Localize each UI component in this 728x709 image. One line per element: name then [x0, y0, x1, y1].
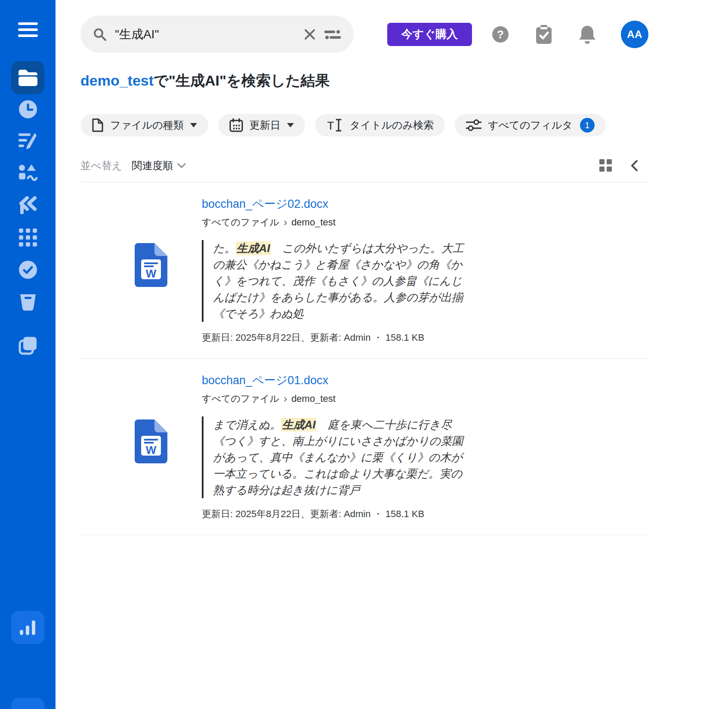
bell-icon — [579, 25, 596, 44]
folder-link-demo-test[interactable]: demo_test — [80, 72, 154, 89]
sidebar-item-recents[interactable] — [0, 100, 56, 118]
clipboard-check-icon — [536, 25, 552, 44]
page-title-text: で"生成AI"を検索した結果 — [154, 72, 330, 89]
tasks-button[interactable] — [536, 25, 552, 44]
snippet-text: た。 — [213, 242, 236, 255]
sidebar-item-collections[interactable] — [0, 197, 56, 215]
shapes-icon — [19, 164, 37, 182]
copy-pages-icon — [19, 336, 37, 355]
breadcrumb-separator-icon: › — [284, 216, 287, 228]
chevron-down-icon — [190, 123, 197, 127]
breadcrumb: すべてのファイル › demo_test — [202, 216, 648, 229]
breadcrumb-all-files[interactable]: すべてのファイル — [202, 216, 279, 229]
chip-label: タイトルのみ検索 — [350, 118, 434, 132]
clear-search-button[interactable] — [304, 28, 316, 40]
snippet-text: まで消えぬ。 — [213, 418, 281, 431]
breadcrumb-all-files[interactable]: すべてのファイル — [202, 392, 279, 405]
sidebar — [0, 0, 56, 709]
search-icon — [93, 28, 106, 41]
chevron-down-icon — [177, 163, 186, 169]
sidebar-item-notes[interactable] — [0, 132, 56, 150]
breadcrumb-folder[interactable]: demo_test — [291, 393, 336, 404]
sidebar-item-all-files[interactable] — [11, 61, 44, 94]
close-icon — [304, 28, 316, 40]
chip-label: 更新日 — [250, 118, 281, 132]
sliders-icon — [466, 119, 481, 132]
main-content: 今すぐ購入 ? AA demo_testで"生成AI"を検索した結果 — [56, 0, 728, 709]
breadcrumb: すべてのファイル › demo_test — [202, 392, 648, 405]
sort-row: 並べ替え 関連度順 — [80, 159, 648, 173]
filter-chip-file-type[interactable]: ファイルの種類 — [80, 114, 208, 136]
file-metadata: 更新日: 2025年8月22日、更新者: Admin ・ 158.1 KB — [202, 508, 648, 521]
search-input[interactable] — [115, 28, 295, 41]
sidebar-item-apps[interactable] — [0, 228, 56, 247]
search-bar[interactable] — [80, 15, 354, 53]
sidebar-item-copies[interactable] — [0, 336, 56, 355]
sidebar-item-bottom-partial[interactable] — [11, 698, 44, 709]
help-icon: ? — [492, 26, 509, 43]
search-result-row: W bocchan_ページ02.docx すべてのファイル › demo_tes… — [80, 182, 648, 359]
help-button[interactable]: ? — [492, 26, 509, 43]
grid-view-icon — [599, 159, 612, 172]
chip-label: すべてのフィルタ — [488, 118, 573, 132]
topbar: 今すぐ購入 ? AA — [80, 0, 648, 53]
buy-now-button[interactable]: 今すぐ購入 — [387, 23, 472, 46]
sort-value-text: 関連度順 — [132, 159, 173, 173]
sliders-icon — [324, 28, 341, 40]
grid-view-button[interactable] — [599, 159, 612, 172]
hamburger-icon — [18, 22, 38, 37]
snippet-highlight: 生成AI — [236, 241, 271, 255]
bar-chart-icon — [20, 620, 36, 635]
notes-pencil-icon — [19, 132, 37, 150]
filter-chip-row: ファイルの種類 更新日 T タイトルのみ検索 — [80, 114, 648, 136]
double-chevron-left-icon — [19, 196, 37, 215]
calendar-icon — [229, 118, 243, 132]
collapse-panel-button[interactable] — [630, 160, 638, 172]
chevron-down-icon — [287, 123, 294, 127]
word-document-icon[interactable]: W — [135, 419, 167, 463]
trash-icon — [19, 293, 37, 311]
check-circle-icon — [19, 261, 37, 279]
sidebar-item-trash[interactable] — [0, 293, 56, 311]
sidebar-item-tasks[interactable] — [0, 261, 56, 279]
sort-order-dropdown[interactable]: 関連度順 — [132, 159, 186, 173]
svg-text:W: W — [146, 267, 157, 280]
clock-icon — [19, 100, 37, 118]
notifications-button[interactable] — [579, 25, 596, 44]
view-controls — [599, 159, 648, 172]
sidebar-item-insights[interactable] — [11, 611, 44, 644]
grid-apps-icon — [19, 228, 37, 247]
filter-chip-title-only[interactable]: T タイトルのみ検索 — [315, 114, 445, 136]
page-title: demo_testで"生成AI"を検索した結果 — [80, 71, 648, 91]
breadcrumb-folder[interactable]: demo_test — [291, 217, 336, 228]
file-link[interactable]: bocchan_ページ01.docx — [202, 373, 328, 388]
hamburger-menu-button[interactable] — [0, 21, 56, 39]
file-type-icon — [92, 118, 104, 132]
svg-text:T: T — [327, 120, 334, 132]
folder-icon — [18, 69, 38, 86]
search-snippet: た。生成AI この外いたずらは大分やった。大工の兼公《かねこう》と肴屋《さかなや… — [202, 240, 465, 322]
filter-chip-updated-date[interactable]: 更新日 — [218, 114, 305, 136]
breadcrumb-separator-icon: › — [284, 393, 287, 405]
sidebar-item-hubs[interactable] — [0, 164, 56, 182]
avatar[interactable]: AA — [621, 21, 648, 48]
file-metadata: 更新日: 2025年8月22日、更新者: Admin ・ 158.1 KB — [202, 331, 648, 344]
search-filter-button[interactable] — [324, 28, 341, 40]
svg-text:?: ? — [497, 28, 504, 41]
search-snippet: まで消えぬ。生成AI 庭を東へ二十歩に行き尽《つく》すと、南上がりにいささかばか… — [202, 416, 465, 498]
sort-label: 並べ替え — [80, 159, 122, 173]
snippet-highlight: 生成AI — [281, 418, 316, 432]
svg-text:W: W — [146, 444, 157, 456]
chip-label: ファイルの種類 — [110, 118, 184, 132]
chevron-left-icon — [630, 160, 638, 172]
filter-chip-all-filters[interactable]: すべてのフィルタ 1 — [455, 114, 606, 136]
word-document-icon[interactable]: W — [135, 243, 167, 287]
filter-count-badge: 1 — [580, 118, 595, 133]
search-result-row: W bocchan_ページ01.docx すべてのファイル › demo_tes… — [80, 359, 648, 535]
title-cursor-icon: T — [326, 118, 343, 132]
file-link[interactable]: bocchan_ページ02.docx — [202, 196, 328, 212]
